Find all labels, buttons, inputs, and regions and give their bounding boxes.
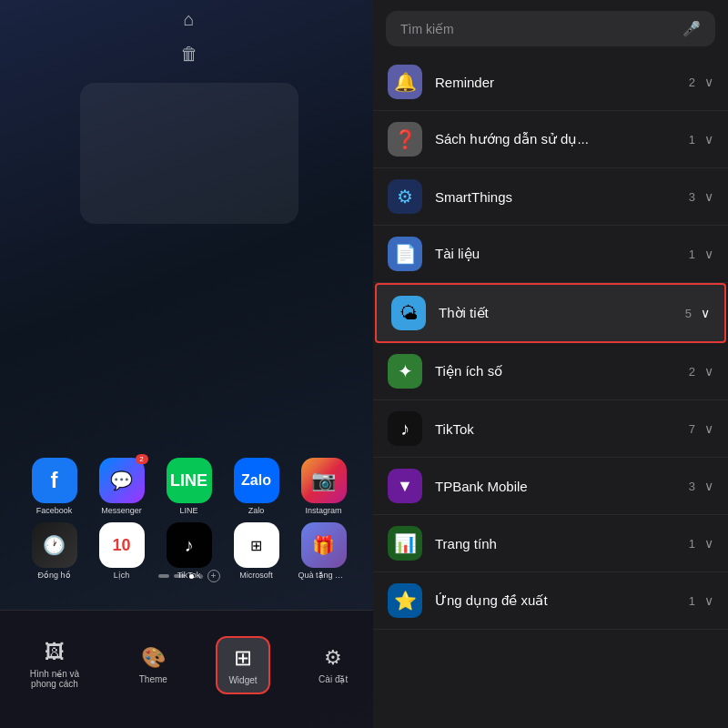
list-item-tiktok[interactable]: ♪ TikTok 7 ∨	[373, 400, 728, 458]
tpbank-icon: ▼	[388, 469, 422, 503]
line-icon-img: LINE	[167, 458, 212, 503]
dot-lines	[158, 574, 169, 578]
nav-wallpaper[interactable]: 🖼 Hình nền vàphong cách	[19, 633, 90, 696]
reminder-icon: 🔔	[388, 65, 422, 99]
app-instagram[interactable]: 📷 Instagram	[298, 458, 349, 515]
list-item-thoitiet[interactable]: 🌤 Thời tiết 5 ∨	[375, 283, 726, 343]
messenger-label: Messenger	[96, 506, 147, 515]
smartthings-name: SmartThings	[435, 189, 689, 205]
tailieu-icon: 📄	[388, 237, 422, 271]
tailieu-chevron: ∨	[704, 247, 713, 261]
app-line[interactable]: LINE LINE	[164, 458, 215, 515]
list-item-reminder[interactable]: 🔔 Reminder 2 ∨	[373, 54, 728, 111]
nav-theme[interactable]: 🎨 Theme	[128, 639, 178, 692]
app-grid: f Facebook 💬 2 Messenger LINE LINE Zalo	[18, 458, 359, 587]
zalo-icon-img: Zalo	[234, 458, 279, 503]
reminder-name: Reminder	[435, 75, 689, 90]
instagram-icon-img: 📷	[301, 458, 347, 503]
search-placeholder: Tìm kiếm	[400, 22, 675, 36]
smartthings-icon: ⚙	[388, 179, 422, 214]
app-list: 🔔 Reminder 2 ∨ ❓ Sách hướng dẫn sử dụ...…	[373, 54, 728, 728]
theme-label: Theme	[139, 674, 167, 684]
list-item-tienichso[interactable]: ✦ Tiện ích số 2 ∨	[373, 343, 728, 400]
tpbank-chevron: ∨	[704, 479, 713, 493]
app-row-1: f Facebook 💬 2 Messenger LINE LINE Zalo	[18, 458, 359, 515]
mic-icon[interactable]: 🎤	[682, 20, 701, 37]
tienichso-chevron: ∨	[704, 364, 713, 379]
tienichso-count: 2	[689, 365, 695, 379]
lich-icon-img: 10	[99, 522, 145, 568]
ungdung-count: 1	[689, 594, 695, 608]
nav-widget[interactable]: ⊞ Widget	[216, 636, 269, 694]
trash-area: 🗑	[0, 30, 378, 65]
trash-icon: 🗑	[180, 44, 198, 65]
tiktok-chevron: ∨	[704, 421, 713, 436]
nav-settings[interactable]: ⚙ Cài đặt	[308, 639, 359, 692]
right-panel: Tìm kiếm 🎤 🔔 Reminder 2 ∨ ❓ Sách hướng d…	[373, 0, 728, 728]
tailieu-name: Tài liệu	[435, 246, 689, 262]
home-icon-area: ⌂	[0, 0, 378, 30]
wallpaper-icon: 🖼	[45, 641, 65, 664]
theme-icon: 🎨	[141, 646, 166, 670]
home-icon: ⌂	[183, 9, 194, 30]
tailieu-count: 1	[689, 248, 695, 261]
reminder-chevron: ∨	[704, 75, 713, 89]
tpbank-name: TPBank Mobile	[435, 479, 689, 494]
bottom-nav: 🖼 Hình nền vàphong cách 🎨 Theme ⊞ Widget…	[0, 610, 378, 728]
thoitiet-name: Thời tiết	[439, 305, 685, 321]
list-item-ungdung[interactable]: ⭐ Ứng dụng đề xuất 1 ∨	[373, 572, 728, 630]
list-item-sachhuongdan[interactable]: ❓ Sách hướng dẫn sử dụ... 1 ∨	[373, 111, 728, 168]
dongho-icon-img: 🕐	[32, 522, 77, 568]
list-item-trangtính[interactable]: 📊 Trang tính 1 ∨	[373, 515, 728, 572]
smartthings-chevron: ∨	[704, 189, 713, 204]
tienichso-icon: ✦	[388, 354, 422, 389]
smartthings-count: 3	[689, 190, 695, 204]
trangtính-count: 1	[689, 537, 695, 551]
widget-icon: ⊞	[234, 645, 252, 671]
dot-lines-2	[174, 574, 185, 578]
list-item-tpbank[interactable]: ▼ TPBank Mobile 3 ∨	[373, 458, 728, 515]
sachhuongdan-count: 1	[689, 133, 695, 147]
list-item-smartthings[interactable]: ⚙ SmartThings 3 ∨	[373, 168, 728, 226]
microsoft-icon-img: ⊞	[234, 522, 279, 568]
tienichso-name: Tiện ích số	[435, 363, 689, 379]
ungdung-icon: ⭐	[388, 583, 422, 618]
dot-active	[189, 574, 194, 579]
sachhuongdan-icon: ❓	[388, 122, 422, 157]
ungdung-chevron: ∨	[704, 593, 713, 608]
tiktok-icon-img: ♪	[167, 522, 212, 568]
app-messenger[interactable]: 💬 2 Messenger	[96, 458, 147, 515]
sachhuongdan-chevron: ∨	[704, 132, 713, 147]
widget-label: Widget	[228, 675, 257, 685]
messenger-icon-img: 💬 2	[99, 458, 145, 503]
facebook-label: Facebook	[29, 506, 80, 515]
dot-add[interactable]: +	[207, 570, 220, 582]
list-item-tailieu[interactable]: 📄 Tài liệu 1 ∨	[373, 226, 728, 283]
thoitiet-icon: 🌤	[391, 296, 426, 330]
dot-3	[198, 574, 203, 579]
ungdung-name: Ứng dụng đề xuất	[435, 592, 689, 609]
zalo-label: Zalo	[231, 506, 282, 515]
settings-label: Cài đặt	[318, 674, 348, 684]
thoitiet-chevron: ∨	[701, 306, 710, 320]
settings-icon: ⚙	[324, 646, 342, 670]
left-panel: ⌂ 🗑 f Facebook 💬 2 Messenger	[0, 0, 378, 728]
tiktok-list-icon: ♪	[388, 411, 422, 446]
sachhuongdan-name: Sách hướng dẫn sử dụ...	[435, 131, 689, 147]
line-label: LINE	[164, 506, 215, 515]
quatang-icon-img: 🎁	[301, 522, 347, 568]
reminder-count: 2	[689, 76, 695, 89]
app-facebook[interactable]: f Facebook	[29, 458, 80, 515]
page-dots: +	[0, 570, 378, 582]
app-zalo[interactable]: Zalo Zalo	[231, 458, 282, 515]
trangtính-icon: 📊	[388, 526, 422, 561]
tiktok-list-name: TikTok	[435, 421, 689, 437]
tiktok-count: 7	[689, 422, 695, 436]
search-bar[interactable]: Tìm kiếm 🎤	[386, 11, 715, 46]
facebook-icon-img: f	[32, 458, 77, 503]
trangtính-name: Trang tính	[435, 536, 689, 551]
trangtính-chevron: ∨	[704, 536, 713, 551]
card-placeholder	[80, 83, 298, 224]
instagram-label: Instagram	[298, 506, 349, 515]
wallpaper-label: Hình nền vàphong cách	[30, 669, 79, 689]
